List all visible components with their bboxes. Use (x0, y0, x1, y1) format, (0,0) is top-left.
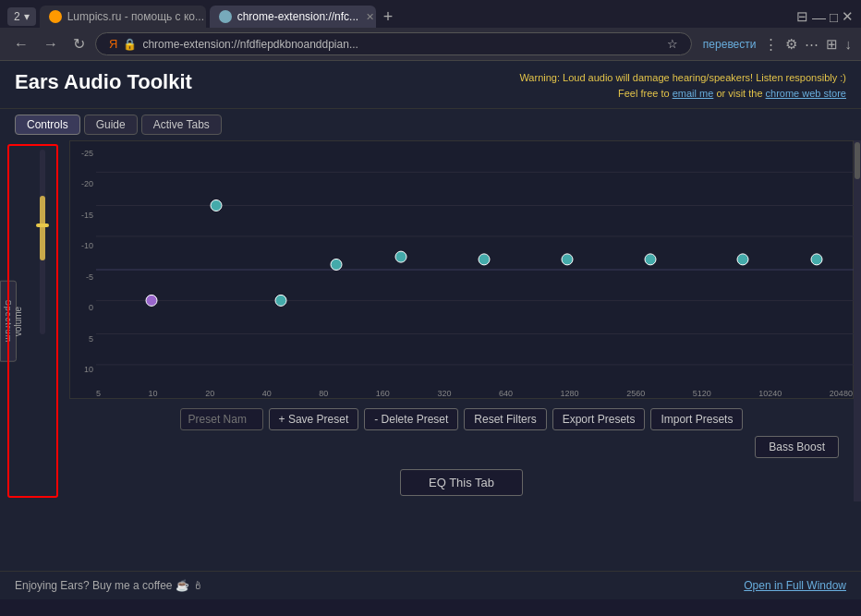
y-label-5: -5 (70, 272, 96, 282)
eq-this-tab-row: EQ This Tab (69, 464, 854, 501)
tab-favicon-lumpics (49, 10, 62, 23)
tab-label-lumpics: Lumpics.ru - помощь с ко... (67, 10, 204, 23)
tab-lumpics[interactable]: Lumpics.ru - помощь с ко... (40, 6, 206, 28)
x-axis: 5 10 20 40 80 160 320 640 1280 2560 5120… (96, 389, 853, 398)
app-header: Ears Audio Toolkit Warning: Loud audio w… (0, 61, 861, 109)
eq-graph-container: -25 -20 -15 -10 -5 0 5 10 (69, 140, 854, 501)
y-label-5p: 5 (70, 334, 96, 344)
x-label-40: 40 (262, 389, 272, 398)
x-label-5120: 5120 (693, 389, 711, 398)
y-label-10: -10 (70, 241, 96, 250)
volume-label: volume (13, 306, 23, 335)
x-label-10: 10 (149, 389, 158, 398)
extension-icon[interactable]: ⚙ (785, 36, 797, 53)
eq-canvas[interactable]: -25 -20 -15 -10 -5 0 5 10 (69, 140, 854, 399)
email-link[interactable]: email me (673, 88, 714, 99)
open-full-window-link[interactable]: Open in Full Window (744, 579, 846, 592)
x-label-80: 80 (319, 389, 328, 398)
warning-sub-text: Feel free to (618, 88, 673, 99)
app-title: Ears Audio Toolkit (15, 70, 192, 94)
tab-count[interactable]: 2 ▾ (7, 7, 36, 26)
x-label-20480: 20480 (830, 389, 853, 398)
scrollbar-thumb[interactable] (855, 142, 860, 179)
svg-point-8 (211, 200, 222, 211)
yandex-icon: Я (109, 37, 117, 51)
tab-extension[interactable]: chrome-extension://nfc... ✕ (210, 6, 376, 28)
warning-message: Warning: Loud audio will damage hearing/… (519, 70, 846, 86)
close-icon[interactable]: ✕ (842, 8, 854, 25)
svg-point-9 (275, 295, 286, 306)
address-bar[interactable]: Я 🔒 chrome-extension://nfdfiepdkbnoanddp… (95, 32, 692, 55)
save-preset-button[interactable]: + Save Preset (269, 408, 359, 430)
footer-coffee-link[interactable]: Enjoying Ears? Buy me a coffee ☕ 🕯 (15, 579, 203, 592)
tab-guide[interactable]: Guide (84, 115, 138, 135)
bass-boost-button[interactable]: Bass Boost (755, 436, 839, 458)
browser-chrome: 2 ▾ Lumpics.ru - помощь с ко... chrome-e… (0, 0, 861, 61)
or-visit-text: or visit the (716, 88, 765, 99)
y-label-20: -20 (70, 179, 96, 188)
address-text: chrome-extension://nfdfiepdkbnoanddpian.… (142, 38, 661, 51)
svg-point-13 (562, 254, 573, 265)
svg-point-10 (331, 259, 342, 270)
warning-sub: Feel free to email me or visit the chrom… (519, 86, 846, 102)
volume-panel: volume (7, 144, 58, 498)
tabs-nav: Controls Guide Active Tabs (0, 109, 861, 140)
eq-area: Spectrum volume -25 -20 -15 -10 -5 0 5 (0, 140, 861, 501)
tab-controls[interactable]: Controls (15, 115, 80, 135)
eq-svg (96, 141, 861, 398)
scrollbar[interactable] (854, 140, 861, 501)
svg-point-15 (737, 254, 748, 265)
tab-close-icon[interactable]: ✕ (366, 11, 374, 23)
x-label-160: 160 (376, 389, 390, 398)
y-label-25: -25 (70, 149, 96, 158)
x-label-640: 640 (499, 389, 513, 398)
menu-icon[interactable]: ⋯ (805, 36, 819, 53)
translate-button[interactable]: перевести (703, 38, 757, 51)
app-footer: Enjoying Ears? Buy me a coffee ☕ 🕯 Open … (0, 571, 861, 599)
download-icon[interactable]: ↓ (845, 36, 853, 52)
x-label-320: 320 (437, 389, 451, 398)
minimize-icon[interactable]: — (812, 9, 826, 25)
export-presets-button[interactable]: Export Presets (552, 408, 646, 430)
bass-boost-row: Bass Boost (69, 436, 854, 464)
settings-icon[interactable]: ⋮ (764, 36, 778, 53)
forward-button[interactable]: → (39, 34, 63, 54)
cast-icon[interactable]: ⊞ (826, 36, 838, 53)
volume-slider-fill (40, 196, 45, 260)
warning-area: Warning: Loud audio will damage hearing/… (519, 70, 846, 101)
tab-bar: 2 ▾ Lumpics.ru - помощь с ко... chrome-e… (0, 0, 861, 28)
bookmark-icon[interactable]: ⊟ (796, 8, 808, 25)
volume-slider-thumb[interactable] (36, 223, 49, 227)
x-label-10240: 10240 (758, 389, 782, 398)
y-label-10p: 10 (70, 365, 96, 374)
x-label-2560: 2560 (626, 389, 645, 398)
svg-point-14 (645, 254, 656, 265)
volume-slider-track[interactable] (40, 150, 45, 334)
browser-toolbar: ← → ↻ Я 🔒 chrome-extension://nfdfiepdkbn… (0, 28, 861, 60)
back-button[interactable]: ← (9, 34, 33, 54)
x-label-1280: 1280 (561, 389, 579, 398)
x-label-5: 5 (96, 389, 101, 398)
x-label-20: 20 (205, 389, 214, 398)
refresh-button[interactable]: ↻ (68, 33, 90, 54)
y-label-15: -15 (70, 211, 96, 220)
svg-point-11 (395, 251, 406, 262)
import-presets-button[interactable]: Import Presets (650, 408, 743, 430)
y-label-0: 0 (70, 303, 96, 312)
bookmark-star-icon[interactable]: ☆ (667, 37, 678, 51)
security-icon: 🔒 (123, 38, 137, 51)
maximize-icon[interactable]: □ (830, 9, 838, 25)
chevron-down-icon: ▾ (24, 10, 30, 23)
tab-count-number: 2 (14, 10, 20, 23)
eq-this-tab-button[interactable]: EQ This Tab (400, 469, 523, 496)
y-axis: -25 -20 -15 -10 -5 0 5 10 (70, 141, 96, 381)
new-tab-button[interactable]: + (380, 7, 397, 27)
toolbar-icons: перевести ⋮ ⚙ ⋯ ⊞ ↓ (703, 36, 852, 53)
reset-filters-button[interactable]: Reset Filters (464, 408, 546, 430)
store-link[interactable]: chrome web store (766, 88, 846, 99)
app-container: Ears Audio Toolkit Warning: Loud audio w… (0, 61, 861, 599)
tab-active-tabs[interactable]: Active Tabs (141, 115, 222, 135)
preset-name-input[interactable] (180, 408, 263, 430)
svg-point-7 (146, 295, 157, 306)
delete-preset-button[interactable]: - Delete Preset (364, 408, 458, 430)
